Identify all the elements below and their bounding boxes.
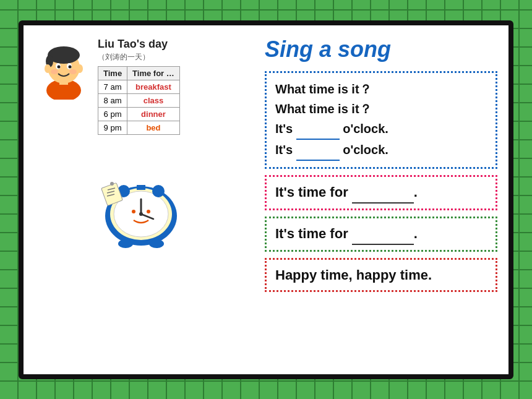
activity-cell: breakfast — [127, 80, 180, 93]
outer-border: Liu Tao's day （刘涛的一天） Time Time for … 7 … — [0, 0, 532, 399]
activity-cell: bed — [127, 121, 180, 134]
clock-illustration — [92, 151, 191, 250]
blank-4 — [352, 223, 414, 245]
liu-tao-title: Liu Tao's day — [98, 38, 180, 51]
line-2: What time is it？ — [275, 99, 487, 119]
svg-point-17 — [152, 185, 165, 197]
svg-point-24 — [132, 210, 135, 213]
pink-text: It's time for . — [275, 184, 418, 200]
line-4: It's o'clock. — [275, 140, 487, 161]
green-dotted-box: It's time for . — [265, 217, 497, 252]
svg-point-19 — [118, 239, 133, 248]
table-row: 8 am class — [98, 93, 180, 107]
avatar — [36, 38, 92, 100]
table-row: 9 pm bed — [98, 121, 180, 134]
main-card: Liu Tao's day （刘涛的一天） Time Time for … 7 … — [19, 20, 513, 379]
svg-point-12 — [69, 69, 77, 74]
svg-point-23 — [139, 212, 143, 216]
activity-cell: dinner — [127, 107, 180, 121]
left-panel: Liu Tao's day （刘涛的一天） Time Time for … 7 … — [24, 25, 259, 374]
col-header-timefor: Time for … — [127, 66, 180, 80]
svg-point-25 — [147, 210, 150, 213]
line-3: It's o'clock. — [275, 119, 487, 140]
table-row: 6 pm dinner — [98, 107, 180, 121]
blank-3 — [352, 182, 414, 204]
sing-a-song-title: Sing a song — [265, 36, 497, 62]
liu-tao-section: Liu Tao's day （刘涛的一天） Time Time for … 7 … — [36, 38, 180, 135]
time-cell: 7 am — [98, 80, 127, 93]
svg-point-8 — [69, 65, 72, 68]
right-panel: Sing a song What time is it？ What time i… — [259, 25, 508, 374]
blank-1 — [296, 119, 340, 140]
schedule-table: Time Time for … 7 am breakfast 8 am — [98, 66, 180, 135]
svg-point-7 — [58, 65, 61, 68]
svg-point-10 — [77, 64, 83, 73]
svg-point-20 — [149, 239, 164, 248]
col-header-time: Time — [98, 66, 127, 80]
liu-tao-subtitle: （刘涛的一天） — [98, 52, 180, 62]
svg-point-32 — [110, 182, 114, 186]
time-cell: 8 am — [98, 93, 127, 107]
pink-dotted-box: It's time for . — [265, 175, 497, 210]
green-text: It's time for . — [275, 226, 418, 241]
blue-dotted-box: What time is it？ What time is it？ It's o… — [265, 71, 497, 169]
svg-point-11 — [51, 69, 58, 74]
time-cell: 9 pm — [98, 121, 127, 134]
blank-2 — [296, 140, 340, 161]
line-1: What time is it？ — [275, 79, 487, 99]
table-container: Liu Tao's day （刘涛的一天） Time Time for … 7 … — [98, 38, 180, 135]
activity-cell: class — [127, 93, 180, 107]
time-cell: 6 pm — [98, 107, 127, 121]
table-row: 7 am breakfast — [98, 80, 180, 93]
svg-point-9 — [45, 64, 51, 73]
red-text: Happy time, happy time. — [275, 267, 432, 283]
red-dotted-box: Happy time, happy time. — [265, 258, 497, 292]
svg-rect-18 — [137, 185, 145, 190]
